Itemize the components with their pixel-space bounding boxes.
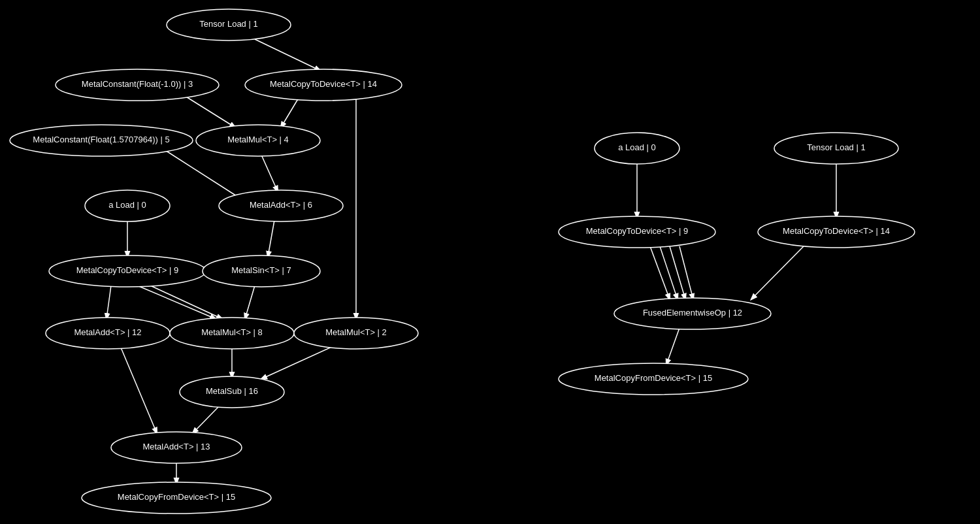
edge-r12-r15 xyxy=(666,328,679,365)
node-metal-sub-16: MetalSub | 16 xyxy=(180,376,284,408)
edge-n9a-n8a xyxy=(137,286,216,319)
node-metal-copy-from-device-15a: MetalCopyFromDevice<T> | 15 xyxy=(82,482,271,514)
edge-r9-r12b xyxy=(660,246,678,299)
edge-n9a-n12a xyxy=(106,286,111,319)
node-metal-mul-2: MetalMul<T> | 2 xyxy=(294,318,418,349)
node-metal-add-13: MetalAdd<T> | 13 xyxy=(111,432,242,463)
edge-n16-n13 xyxy=(193,406,219,433)
svg-text:a Load | 0: a Load | 0 xyxy=(108,200,146,210)
node-metal-mul-8: MetalMul<T> | 8 xyxy=(170,318,294,349)
edge-n4-n6 xyxy=(261,155,278,191)
svg-text:MetalMul<T> | 8: MetalMul<T> | 8 xyxy=(201,327,263,337)
node-fused-elementwise-12: FusedElementwiseOp | 12 xyxy=(614,298,771,329)
svg-text:MetalMul<T> | 2: MetalMul<T> | 2 xyxy=(325,327,387,337)
edge-n9a-n8b xyxy=(150,286,222,319)
svg-text:MetalSub | 16: MetalSub | 16 xyxy=(206,386,258,396)
node-metal-copy-to-device-9b: MetalCopyToDevice<T> | 9 xyxy=(559,216,715,248)
svg-text:Tensor Load | 1: Tensor Load | 1 xyxy=(199,19,257,29)
edge-r14-r12 xyxy=(751,246,804,299)
svg-text:MetalCopyToDevice<T> | 14: MetalCopyToDevice<T> | 14 xyxy=(783,226,890,236)
node-metal-copy-to-device-14b: MetalCopyToDevice<T> | 14 xyxy=(758,216,915,248)
node-metal-add-6: MetalAdd<T> | 6 xyxy=(219,190,343,221)
node-metal-constant-neg1: MetalConstant(Float(-1.0)) | 3 xyxy=(56,69,219,101)
svg-text:MetalCopyToDevice<T> | 9: MetalCopyToDevice<T> | 9 xyxy=(586,226,689,236)
node-metal-copy-to-device-14a: MetalCopyToDevice<T> | 14 xyxy=(245,69,402,101)
node-metal-sin-7: MetalSin<T> | 7 xyxy=(203,255,320,287)
node-metal-add-12a: MetalAdd<T> | 12 xyxy=(46,318,170,349)
node-metal-constant-pi: MetalConstant(Float(1.5707964)) | 5 xyxy=(10,125,193,156)
node-metal-mul-4: MetalMul<T> | 4 xyxy=(196,125,320,156)
svg-text:MetalAdd<T> | 6: MetalAdd<T> | 6 xyxy=(250,200,312,210)
svg-text:MetalCopyToDevice<T> | 9: MetalCopyToDevice<T> | 9 xyxy=(76,265,179,275)
svg-text:MetalCopyFromDevice<T> | 15: MetalCopyFromDevice<T> | 15 xyxy=(118,492,235,502)
svg-text:MetalMul<T> | 4: MetalMul<T> | 4 xyxy=(227,135,289,144)
svg-text:a Load | 0: a Load | 0 xyxy=(618,142,656,152)
svg-text:MetalAdd<T> | 13: MetalAdd<T> | 13 xyxy=(142,442,210,451)
node-metal-copy-to-device-9a: MetalCopyToDevice<T> | 9 xyxy=(49,255,206,287)
edge-r9-r12d xyxy=(679,246,693,299)
edge-n7-n8 xyxy=(245,286,255,319)
svg-text:MetalAdd<T> | 12: MetalAdd<T> | 12 xyxy=(74,327,141,337)
node-a-load-0a: a Load | 0 xyxy=(85,190,170,221)
edge-n12a-n13 xyxy=(121,348,157,433)
svg-text:MetalCopyToDevice<T> | 14: MetalCopyToDevice<T> | 14 xyxy=(270,79,377,89)
node-metal-copy-from-device-15b: MetalCopyFromDevice<T> | 15 xyxy=(559,363,748,395)
svg-text:MetalConstant(Float(-1.0)) | 3: MetalConstant(Float(-1.0)) | 3 xyxy=(82,79,193,89)
node-tensor-load-1: Tensor Load | 1 xyxy=(167,9,291,41)
edge-n2-n16 xyxy=(261,346,333,379)
svg-text:FusedElementwiseOp | 12: FusedElementwiseOp | 12 xyxy=(643,308,742,318)
svg-text:MetalSin<T> | 7: MetalSin<T> | 7 xyxy=(231,265,291,275)
svg-text:MetalCopyFromDevice<T> | 15: MetalCopyFromDevice<T> | 15 xyxy=(595,373,712,383)
svg-text:Tensor Load | 1: Tensor Load | 1 xyxy=(807,142,865,152)
edge-n6-n7 xyxy=(268,220,274,257)
node-tensor-load-1b: Tensor Load | 1 xyxy=(774,133,898,164)
edge-n1-n14a xyxy=(255,39,320,71)
edge-n3-n4 xyxy=(183,95,235,127)
svg-text:MetalConstant(Float(1.5707964): MetalConstant(Float(1.5707964)) | 5 xyxy=(33,135,169,144)
edge-r9-r12a xyxy=(650,246,670,299)
node-a-load-0b: a Load | 0 xyxy=(595,133,679,164)
edge-r9-r12c xyxy=(670,246,685,299)
